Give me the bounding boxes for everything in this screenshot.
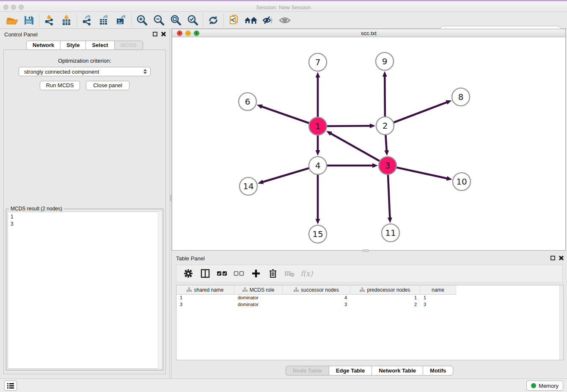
table-cell[interactable]: 3	[176, 301, 234, 308]
import-network-icon	[44, 14, 55, 26]
table-cell[interactable]: 4	[283, 295, 350, 301]
edge-arrowhead	[388, 218, 392, 223]
table-scrollbar[interactable]	[559, 285, 563, 360]
table-settings-button[interactable]	[181, 266, 196, 281]
show-all-button[interactable]	[276, 13, 293, 28]
task-list-icon	[7, 382, 14, 389]
status-bar: Memory	[0, 378, 567, 392]
tab-mcds[interactable]: MCDS	[114, 41, 143, 50]
tab-network[interactable]: Network	[26, 41, 60, 50]
node-table-body: 1dominator4113dominator323	[176, 295, 563, 308]
delete-column-button[interactable]	[265, 266, 281, 281]
node-table[interactable]: shared nameMCDS rolesuccessor nodesprede…	[176, 285, 564, 360]
export-image-button[interactable]	[113, 13, 129, 28]
network-window-titlebar: × − + scc.txt	[172, 29, 565, 37]
hide-selected-button[interactable]	[259, 13, 276, 28]
close-panel-button[interactable]: Close panel	[86, 81, 129, 90]
main-toolbar	[0, 12, 567, 29]
zoom-fit-button[interactable]	[167, 13, 184, 28]
tab-edge-table[interactable]: Edge Table	[329, 366, 372, 375]
float-table-panel-icon[interactable]	[550, 256, 555, 260]
tab-style[interactable]: Style	[60, 41, 85, 50]
zoom-selected-icon	[186, 14, 199, 27]
node-label-10: 10	[456, 177, 467, 187]
column-label: predecessor nodes	[367, 287, 410, 293]
deselect-all-button[interactable]	[231, 266, 247, 281]
column-header-shared-name[interactable]: shared name	[176, 285, 234, 295]
table-row[interactable]: 1dominator411	[176, 295, 563, 301]
first-neighbors-icon	[207, 14, 219, 26]
open-file-icon	[6, 14, 18, 26]
select-all-button[interactable]	[215, 266, 230, 281]
table-panel-title: Table Panel	[172, 255, 205, 262]
table-cell[interactable]: 1	[420, 295, 456, 301]
close-panel-icon[interactable]	[161, 31, 166, 36]
tab-select[interactable]: Select	[85, 41, 114, 50]
mcds-result-title: MCDS result (2 nodes)	[9, 206, 64, 212]
tab-node-table[interactable]: Node Table	[286, 366, 329, 375]
close-table-panel-icon[interactable]	[559, 255, 564, 260]
clone-network-button[interactable]	[226, 13, 242, 28]
table-cell[interactable]: 2	[350, 301, 420, 308]
export-table-button[interactable]	[96, 13, 113, 28]
edge-arrowhead	[316, 219, 320, 224]
delete-column-icon	[268, 268, 278, 279]
graph-edge-3-1[interactable]	[330, 133, 388, 166]
column-header-name[interactable]: name	[420, 285, 456, 295]
edge-arrowhead	[316, 72, 320, 77]
column-header-successor-nodes[interactable]: successor nodes	[283, 285, 350, 295]
delete-table-icon	[284, 269, 296, 278]
tab-motifs[interactable]: Motifs	[423, 366, 453, 375]
table-cell[interactable]: 1	[176, 295, 234, 301]
column-header-MCDS-role[interactable]: MCDS role	[234, 285, 283, 295]
edge-arrowhead	[258, 180, 264, 184]
mcds-result-text[interactable]: 1 3	[8, 212, 162, 369]
column-header-predecessor-nodes[interactable]: predecessor nodes	[350, 285, 420, 295]
table-toolbar: f(x)	[176, 265, 563, 282]
session-title: Session: New Session	[0, 4, 567, 11]
table-cell[interactable]: dominator	[234, 295, 283, 301]
column-label: name	[432, 287, 444, 293]
import-network-button[interactable]	[41, 13, 58, 28]
home-layout-button[interactable]	[242, 13, 259, 28]
run-mcds-button[interactable]: Run MCDS	[40, 81, 80, 90]
column-hierarchy-icon	[360, 287, 365, 292]
table-cell[interactable]: 3	[420, 301, 456, 308]
horizontal-divider-grip[interactable]	[362, 249, 369, 252]
zoom-selected-button[interactable]	[184, 13, 201, 28]
function-builder-button[interactable]: f(x)	[299, 266, 314, 281]
divider-grip[interactable]	[170, 195, 171, 202]
network-graph[interactable]: 7968124314101511	[172, 37, 565, 250]
table-cell[interactable]: 3	[283, 301, 350, 308]
tab-network-table[interactable]: Network Table	[372, 366, 423, 375]
graph-edge-2-8[interactable]	[385, 102, 447, 126]
function-builder-icon: f(x)	[300, 268, 314, 279]
float-panel-icon[interactable]	[153, 32, 157, 36]
export-network-button[interactable]	[79, 13, 96, 28]
edge-arrowhead	[372, 163, 378, 168]
network-canvas[interactable]: 7968124314101511	[172, 37, 565, 250]
optimization-criterion-select[interactable]: strongly connected component	[19, 67, 151, 76]
svg-text:f(x): f(x)	[300, 269, 314, 278]
table-cell[interactable]: 1	[350, 295, 420, 301]
node-label-14: 14	[243, 181, 253, 191]
result-scrollbar[interactable]	[158, 212, 162, 369]
import-table-button[interactable]	[58, 13, 75, 28]
table-cell[interactable]: dominator	[234, 301, 283, 308]
dropdown-spinner-icon	[143, 69, 147, 74]
main-titlebar: Session: New Session	[0, 0, 567, 12]
save-session-button[interactable]	[20, 13, 37, 28]
table-row[interactable]: 3dominator323	[176, 301, 563, 308]
zoom-in-button[interactable]	[133, 13, 150, 28]
column-chooser-button[interactable]	[198, 266, 213, 281]
delete-table-button[interactable]	[282, 266, 297, 281]
mcds-result-group: MCDS result (2 nodes) 1 3	[6, 209, 163, 370]
task-history-button[interactable]	[4, 381, 17, 391]
column-label: successor nodes	[301, 287, 339, 293]
open-file-button[interactable]	[3, 13, 20, 28]
first-neighbors-button[interactable]	[205, 13, 222, 28]
memory-button[interactable]: Memory	[526, 381, 563, 391]
zoom-out-button[interactable]	[150, 13, 167, 28]
column-chooser-icon	[200, 268, 210, 279]
add-column-button[interactable]	[248, 266, 264, 281]
